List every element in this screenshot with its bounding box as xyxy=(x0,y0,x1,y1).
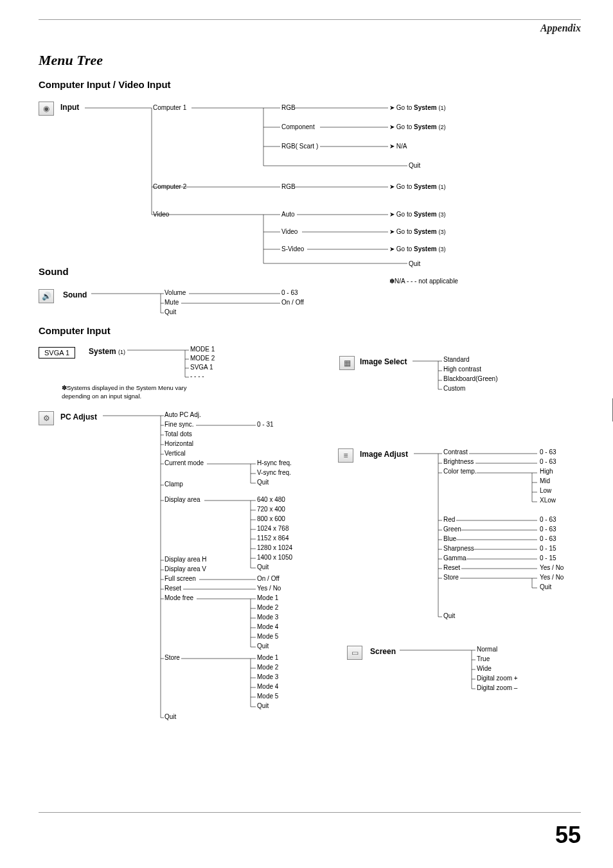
appendix-header: Appendix xyxy=(39,22,581,34)
image-select-icon: ▦ xyxy=(339,356,355,370)
page-number: 55 xyxy=(555,822,581,849)
na-note: ✽N/A - - - not applicable xyxy=(389,278,458,285)
screen-icon: ▭ xyxy=(347,646,362,660)
sound-heading: Sound xyxy=(39,266,69,277)
computer-input-heading: Computer Input xyxy=(39,325,111,336)
system-note: ✽Systems displayed in the System Menu va… xyxy=(62,384,209,401)
subtitle: Computer Input / Video Input xyxy=(39,79,581,90)
image-adjust-icon: ≡ xyxy=(338,448,353,463)
page-title: Menu Tree xyxy=(39,52,581,69)
